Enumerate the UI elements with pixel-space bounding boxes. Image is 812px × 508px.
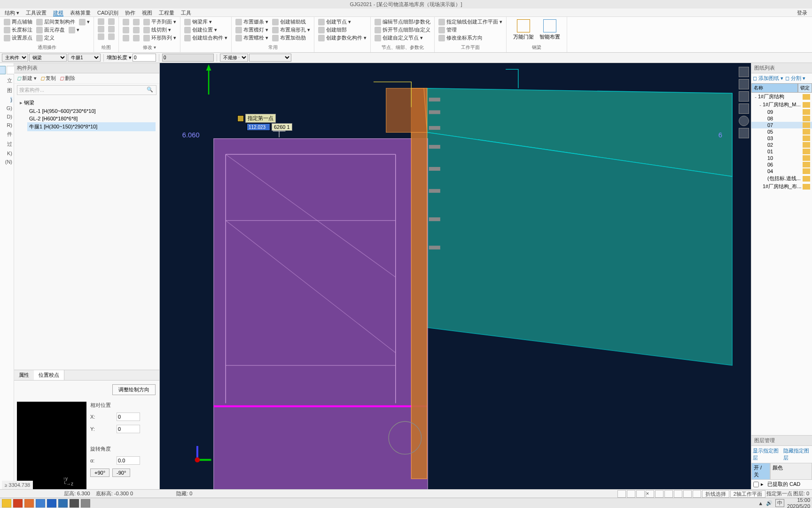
beam-lib-button[interactable]: 钢梁库 ▾ xyxy=(184,18,212,25)
component-select[interactable]: 牛腿1 xyxy=(68,54,101,62)
alpha-input[interactable] xyxy=(117,456,140,465)
side-item[interactable]: 件 xyxy=(7,131,12,138)
menu-collab[interactable]: 协作 xyxy=(125,8,135,16)
snap-close-icon[interactable]: × xyxy=(646,490,654,498)
snap-center-icon[interactable] xyxy=(636,490,645,498)
draw-tool-1[interactable] xyxy=(98,18,104,25)
drawing-row[interactable]: 04 xyxy=(751,168,812,175)
create-param-button[interactable]: 创建参数化构件 ▾ xyxy=(318,34,367,41)
mod-1[interactable] xyxy=(123,19,129,25)
line-cut-button[interactable]: 线切割 ▾ xyxy=(143,26,171,33)
layer-row[interactable]: ▸已提取的 CAD xyxy=(751,480,812,489)
vp-tool-box[interactable] xyxy=(739,79,749,89)
edit-node-button[interactable]: 编辑节点细部/参数化 xyxy=(375,18,430,25)
side-item[interactable]: G) xyxy=(7,105,12,111)
powerpoint-icon[interactable] xyxy=(13,499,23,508)
create-detail-button[interactable]: 创建细部 xyxy=(318,26,347,33)
layer-copy-button[interactable]: 层间复制构件 xyxy=(36,18,75,25)
login-link[interactable]: 登录 xyxy=(797,8,807,16)
drawing-row[interactable]: 08 xyxy=(751,115,812,122)
menu-structure[interactable]: 结构 ▾ xyxy=(5,8,19,16)
col-name[interactable]: 名称 xyxy=(751,83,798,93)
view-list-icon[interactable] xyxy=(0,66,6,74)
circular-array-button[interactable]: 环形阵列 ▾ xyxy=(143,34,176,41)
snap-mid-icon[interactable] xyxy=(627,490,635,498)
menu-modeling[interactable]: 建模 xyxy=(53,8,63,16)
delete-button[interactable]: ◻删除 xyxy=(60,75,75,82)
create-combo-button[interactable]: 创建组合构件 ▾ xyxy=(184,34,227,41)
copy-button[interactable]: ◻复制 xyxy=(40,75,56,82)
split-button[interactable]: ◻ 分割 ▾ xyxy=(785,75,805,82)
app-icon-5[interactable] xyxy=(70,499,79,508)
app-icon-3[interactable] xyxy=(47,499,56,508)
side-item[interactable]: ) xyxy=(10,97,12,103)
create-custom-node-button[interactable]: 创建自定义节点 ▾ xyxy=(375,34,423,41)
side-item[interactable]: R) xyxy=(7,122,12,128)
explorer-icon[interactable] xyxy=(2,499,11,508)
change-coord-button[interactable]: 修改坐标系方向 xyxy=(438,34,483,41)
side-item[interactable]: (N) xyxy=(5,159,12,165)
workplane-display[interactable]: 2轴工作平面 xyxy=(730,490,765,498)
adjust-direction-button[interactable]: 调整绘制方向 xyxy=(112,384,156,395)
new-button[interactable]: ◻新建 ▾ xyxy=(17,75,37,82)
minus-90-button[interactable]: -90° xyxy=(112,468,130,477)
dim-input-1[interactable] xyxy=(247,123,270,131)
show-layers-link[interactable]: 显示指定图层 xyxy=(753,447,781,461)
beam-type-select[interactable]: 钢梁 xyxy=(29,54,67,62)
app-icon-4[interactable] xyxy=(58,499,68,508)
mod-4[interactable] xyxy=(133,27,140,33)
drawing-row[interactable]: 02 xyxy=(751,142,812,148)
layout-purlin-button[interactable]: 布置檩灯 ▾ xyxy=(235,26,268,33)
snap-line-icon[interactable] xyxy=(655,490,664,498)
define-button[interactable]: 定义 xyxy=(36,34,55,41)
side-item[interactable]: D) xyxy=(7,114,12,119)
length-input[interactable] xyxy=(133,54,156,62)
app-icon-2[interactable] xyxy=(36,499,45,508)
mod-2[interactable] xyxy=(133,19,140,25)
side-item[interactable]: 过 xyxy=(7,141,12,148)
length-dim-button[interactable]: 长度标注 xyxy=(4,26,32,33)
draw-tool-5[interactable] xyxy=(98,33,104,40)
create-guide-button[interactable]: 创建辅助线 xyxy=(272,18,306,25)
vp-tool-home[interactable] xyxy=(739,67,749,77)
vp-tool-pan[interactable] xyxy=(739,91,749,102)
tab-position[interactable]: 位置校点 xyxy=(34,370,64,380)
tree-root[interactable]: 钢梁 xyxy=(18,98,156,107)
snap-endpoint-icon[interactable] xyxy=(617,490,626,498)
layout-fan-hole-button[interactable]: 布置扇形孔 ▾ xyxy=(272,26,310,33)
vp-tool-front[interactable] xyxy=(739,103,749,114)
empty-select[interactable] xyxy=(249,54,291,62)
drawing-row[interactable]: 05 xyxy=(751,128,812,135)
plus-90-button[interactable]: +90° xyxy=(90,468,109,477)
layout-bolt-button[interactable]: 布置螺栓 ▾ xyxy=(235,34,268,41)
create-pos-button[interactable]: 创建位置 ▾ xyxy=(184,26,217,33)
drawing-row[interactable]: -1#厂房结构_M... xyxy=(751,101,812,109)
hide-layers-link[interactable]: 隐藏指定图层 xyxy=(783,447,811,461)
menu-tool-settings[interactable]: 工具设置 xyxy=(26,8,47,16)
drawing-row[interactable]: 03 xyxy=(751,135,812,142)
tree-item-bracket[interactable]: 牛腿1 [H(300~150)*290*8*10] xyxy=(27,122,156,131)
snap-box-icon[interactable] xyxy=(693,490,701,498)
main-component-select[interactable]: 主构件 xyxy=(2,54,28,62)
plus-icon[interactable]: ▾ xyxy=(69,27,79,33)
ime-indicator[interactable]: 中 xyxy=(775,499,784,507)
drawing-row[interactable]: 01 xyxy=(751,148,812,155)
app-icon-6[interactable] xyxy=(81,499,90,508)
menu-view[interactable]: 视图 xyxy=(142,8,152,16)
set-origin-button[interactable]: 设置原点 xyxy=(4,34,32,41)
layout-brace-button[interactable]: 布置缀条 ▾ xyxy=(235,18,268,25)
side-item[interactable]: 立 xyxy=(7,77,12,84)
col-lock[interactable]: 锁定 xyxy=(798,83,812,93)
mod-6[interactable] xyxy=(133,35,140,41)
layout-stiffener-button[interactable]: 布置加劲肋 xyxy=(272,34,306,41)
tray-network-icon[interactable]: ▲ xyxy=(758,500,763,506)
vp-tool-rotate[interactable] xyxy=(739,116,749,126)
two-point-axis-button[interactable]: 两点辅轴 xyxy=(4,18,32,25)
vp-tool-layers[interactable] xyxy=(739,128,749,138)
drawing-row[interactable]: 09 xyxy=(751,109,812,115)
menu-quantity[interactable]: 表格算量 xyxy=(70,8,91,16)
side-item[interactable]: 图 xyxy=(7,87,12,94)
create-node-button[interactable]: 创建节点 ▾ xyxy=(318,18,351,25)
mod-3[interactable] xyxy=(123,27,129,33)
snap-grid-icon[interactable] xyxy=(683,490,692,498)
